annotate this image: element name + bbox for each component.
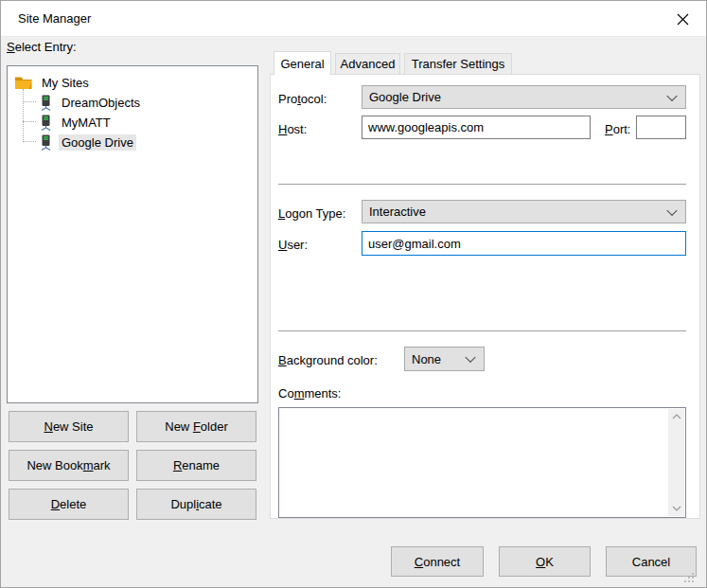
- logon-type-label: Logon Type:: [278, 206, 345, 221]
- background-color-label: Background color:: [278, 353, 378, 367]
- ok-button[interactable]: OK: [499, 546, 591, 577]
- comments-label: Comments:: [278, 386, 341, 401]
- tree-item-site[interactable]: DreamObjects: [39, 93, 143, 112]
- tab-transfer-settings[interactable]: Transfer Settings: [404, 53, 512, 74]
- tree-item-label: My Sites: [39, 75, 92, 91]
- port-label: Port:: [605, 122, 630, 136]
- cancel-button[interactable]: Cancel: [606, 546, 697, 577]
- protocol-label: Protocol:: [278, 92, 327, 106]
- tree-item-my-sites[interactable]: My Sites: [14, 73, 92, 92]
- host-label: Host:: [278, 122, 307, 136]
- tree-item-site[interactable]: MyMATT: [39, 113, 114, 132]
- new-folder-button[interactable]: New Folder: [136, 411, 256, 442]
- tree-connector: [23, 101, 36, 102]
- tab-advanced[interactable]: Advanced: [335, 53, 400, 74]
- rename-button[interactable]: Rename: [136, 450, 256, 481]
- window-title: Site Manager: [18, 11, 91, 26]
- delete-button[interactable]: Delete: [9, 489, 129, 520]
- tree-item-label: Google Drive: [59, 134, 136, 151]
- close-icon: [676, 12, 690, 27]
- connect-button[interactable]: Connect: [391, 546, 484, 577]
- background-color-dropdown[interactable]: None: [404, 347, 485, 371]
- tree-connector: [23, 141, 36, 142]
- new-site-button[interactable]: New Site: [9, 411, 129, 442]
- scroll-down-icon[interactable]: [672, 506, 681, 511]
- user-label: User:: [278, 238, 308, 252]
- scroll-up-icon[interactable]: [672, 414, 681, 419]
- comments-scrollbar[interactable]: [668, 409, 684, 516]
- background-color-value: None: [412, 352, 441, 366]
- tree-connector: [23, 121, 36, 122]
- site-manager-dialog: Site Manager Select Entry: My Sites: [0, 0, 707, 588]
- user-input[interactable]: [362, 231, 686, 256]
- tree-item-label: MyMATT: [59, 115, 114, 131]
- tab-general[interactable]: General: [274, 51, 331, 75]
- chevron-down-icon: [465, 352, 475, 363]
- tree-item-label: DreamObjects: [59, 95, 143, 111]
- select-entry-label: Select Entry:: [7, 40, 77, 54]
- separator: [278, 184, 686, 185]
- protocol-value: Google Drive: [369, 90, 441, 104]
- separator: [278, 330, 686, 331]
- server-icon: [39, 95, 52, 111]
- server-icon: [39, 115, 52, 131]
- chevron-down-icon: [666, 90, 677, 100]
- duplicate-button[interactable]: Duplicate: [136, 489, 256, 520]
- tree-item-site-selected[interactable]: Google Drive: [39, 133, 136, 151]
- site-tree: My Sites DreamObjects MyMATT: [7, 65, 258, 403]
- host-input[interactable]: [362, 116, 591, 139]
- chevron-down-icon: [666, 205, 677, 215]
- logon-type-dropdown[interactable]: Interactive: [362, 200, 686, 223]
- folder-icon: [14, 76, 33, 90]
- tree-connector-vertical: [23, 89, 24, 142]
- protocol-dropdown[interactable]: Google Drive: [362, 85, 686, 109]
- general-tab-panel: Protocol: Google Drive Host: Port: Logon…: [270, 74, 700, 519]
- comments-textarea[interactable]: [278, 407, 686, 518]
- port-input[interactable]: [636, 116, 686, 139]
- resize-grip[interactable]: [692, 573, 694, 575]
- new-bookmark-button[interactable]: New Bookmark: [9, 450, 129, 481]
- close-button[interactable]: [666, 5, 698, 33]
- server-icon: [39, 134, 52, 151]
- logon-type-value: Interactive: [369, 205, 426, 219]
- title-bar: Site Manager: [1, 1, 706, 37]
